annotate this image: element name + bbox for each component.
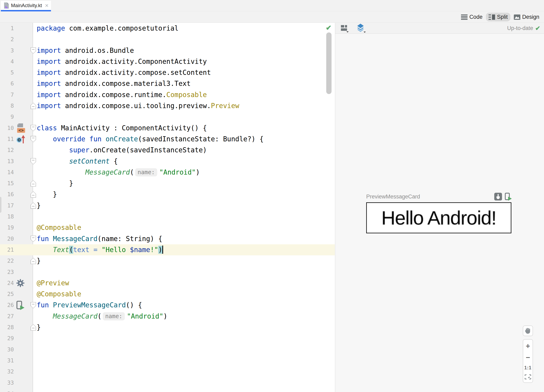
line-number[interactable]: 32 — [0, 366, 14, 377]
line-number[interactable]: 23 — [0, 267, 14, 278]
mode-split-button[interactable]: Split — [486, 13, 510, 21]
code-line-18[interactable]: 18 — [0, 211, 335, 222]
code-line-25[interactable]: 25@Composable — [0, 289, 335, 300]
line-number[interactable]: 16 — [0, 189, 14, 200]
mode-code-button[interactable]: Code — [458, 13, 485, 21]
line-number[interactable]: 8 — [0, 100, 14, 111]
code-line-15[interactable]: 15 } — [0, 178, 335, 189]
fold-marker-icon[interactable] — [30, 180, 36, 187]
code-line-17[interactable]: 17} — [0, 200, 335, 211]
line-number[interactable]: 5 — [0, 67, 14, 78]
layers-icon[interactable] — [357, 24, 366, 33]
code-line-1[interactable]: 1package com.example.composetutorial — [0, 23, 335, 34]
code-line-5[interactable]: 5import androidx.activity.compose.setCon… — [0, 67, 335, 78]
code-line-13[interactable]: 13 setContent { — [0, 156, 335, 167]
tool-window-handle[interactable] — [0, 197, 1, 213]
code-line-22[interactable]: 22} — [0, 255, 335, 266]
interactive-mode-icon[interactable] — [494, 193, 502, 201]
fold-marker-icon[interactable] — [30, 47, 36, 54]
code-editor[interactable]: 1package com.example.composetutorial23im… — [0, 23, 335, 392]
mode-design-button[interactable]: Design — [511, 13, 542, 21]
code-line-32[interactable]: 32 — [0, 366, 335, 377]
overrides-method-icon[interactable] — [16, 134, 26, 144]
line-number[interactable]: 34 — [0, 388, 14, 392]
fold-marker-icon[interactable] — [30, 236, 36, 242]
line-number[interactable]: 25 — [0, 289, 14, 300]
run-preview-device-icon[interactable] — [16, 301, 24, 310]
line-number[interactable]: 33 — [0, 377, 14, 388]
code-line-31[interactable]: 31 — [0, 355, 335, 366]
line-number[interactable]: 29 — [0, 333, 14, 344]
code-line-8[interactable]: 8import androidx.compose.ui.tooling.prev… — [0, 100, 335, 111]
line-number[interactable]: 15 — [0, 178, 14, 189]
code-line-14[interactable]: 14 MessageCard(name:"Android") — [0, 167, 335, 178]
line-number[interactable]: 20 — [0, 233, 14, 244]
code-line-7[interactable]: 7import androidx.compose.runtime.Composa… — [0, 89, 335, 100]
code-line-11[interactable]: 11 override fun onCreate(savedInstanceSt… — [0, 134, 335, 145]
fold-marker-icon[interactable] — [30, 258, 36, 264]
editor-scrollbar-thumb[interactable] — [326, 32, 331, 94]
code-line-26[interactable]: 26fun PreviewMessageCard() { — [0, 300, 335, 311]
line-number[interactable]: 3 — [0, 45, 14, 56]
line-number[interactable]: 28 — [0, 322, 14, 333]
fold-marker-icon[interactable] — [30, 202, 36, 209]
line-number[interactable]: 18 — [0, 211, 14, 222]
line-number[interactable]: 14 — [0, 167, 14, 178]
preview-gear-icon[interactable] — [16, 279, 25, 288]
fit-screen-icon[interactable] — [525, 374, 531, 380]
code-line-27[interactable]: 27 MessageCard(name:"Android") — [0, 311, 335, 322]
code-line-30[interactable]: 30 — [0, 344, 335, 355]
code-line-2[interactable]: 2 — [0, 34, 335, 45]
line-number[interactable]: 21 — [0, 244, 14, 255]
tab-mainactivity[interactable]: MainActivity.kt × — [1, 1, 51, 12]
line-number[interactable]: 10 — [0, 123, 14, 134]
line-number[interactable]: 27 — [0, 311, 14, 322]
line-number[interactable]: 13 — [0, 156, 14, 167]
line-number[interactable]: 30 — [0, 344, 14, 355]
code-line-23[interactable]: 23 — [0, 267, 335, 278]
line-number[interactable]: 19 — [0, 222, 14, 233]
code-line-21[interactable]: 21 Text(text = "Hello $name!") — [0, 244, 335, 255]
line-number[interactable]: 26 — [0, 300, 14, 311]
code-line-28[interactable]: 28} — [0, 322, 335, 333]
class-markup-icon[interactable]: <> — [16, 123, 26, 133]
code-line-19[interactable]: 19@Composable — [0, 222, 335, 233]
line-number[interactable]: 1 — [0, 23, 14, 34]
close-icon[interactable]: × — [45, 2, 48, 9]
code-line-9[interactable]: 9 — [0, 111, 335, 122]
zoom-in-button[interactable]: + — [526, 342, 530, 350]
fold-marker-icon[interactable] — [30, 103, 36, 109]
pan-button[interactable] — [523, 326, 533, 336]
line-number[interactable]: 22 — [0, 255, 14, 266]
line-number[interactable]: 11 — [0, 134, 14, 145]
zoom-one-to-one-button[interactable]: 1:1 — [524, 365, 532, 370]
code-line-34[interactable]: 34 — [0, 388, 335, 392]
line-number[interactable]: 31 — [0, 355, 14, 366]
line-number[interactable]: 4 — [0, 56, 14, 67]
fold-marker-icon[interactable] — [30, 302, 36, 309]
line-number[interactable]: 6 — [0, 78, 14, 89]
line-number[interactable]: 17 — [0, 200, 14, 211]
grid-view-icon[interactable] — [341, 24, 349, 32]
code-line-29[interactable]: 29 — [0, 333, 335, 344]
code-line-33[interactable]: 33 — [0, 377, 335, 388]
line-number[interactable]: 24 — [0, 278, 14, 289]
code-line-3[interactable]: 3import android.os.Bundle — [0, 45, 335, 56]
inspections-ok-check-icon[interactable]: ✔ — [326, 24, 332, 32]
line-number[interactable]: 2 — [0, 34, 14, 45]
line-number[interactable]: 9 — [0, 111, 14, 122]
fold-marker-icon[interactable] — [30, 324, 36, 331]
code-line-6[interactable]: 6import androidx.compose.material3.Text — [0, 78, 335, 89]
line-number[interactable]: 12 — [0, 145, 14, 156]
line-number[interactable]: 7 — [0, 89, 14, 100]
code-line-12[interactable]: 12 super.onCreate(savedInstanceState) — [0, 145, 335, 156]
fold-marker-icon[interactable] — [30, 125, 36, 131]
fold-marker-icon[interactable] — [30, 191, 36, 198]
code-line-24[interactable]: 24@Preview — [0, 278, 335, 289]
code-line-20[interactable]: 20fun MessageCard(name: String) { — [0, 233, 335, 244]
code-line-4[interactable]: 4import androidx.activity.ComponentActiv… — [0, 56, 335, 67]
run-preview-device-icon[interactable] — [504, 193, 512, 201]
code-line-10[interactable]: 10<>class MainActivity : ComponentActivi… — [0, 123, 335, 134]
fold-marker-icon[interactable] — [30, 136, 36, 142]
code-line-16[interactable]: 16 } — [0, 189, 335, 200]
